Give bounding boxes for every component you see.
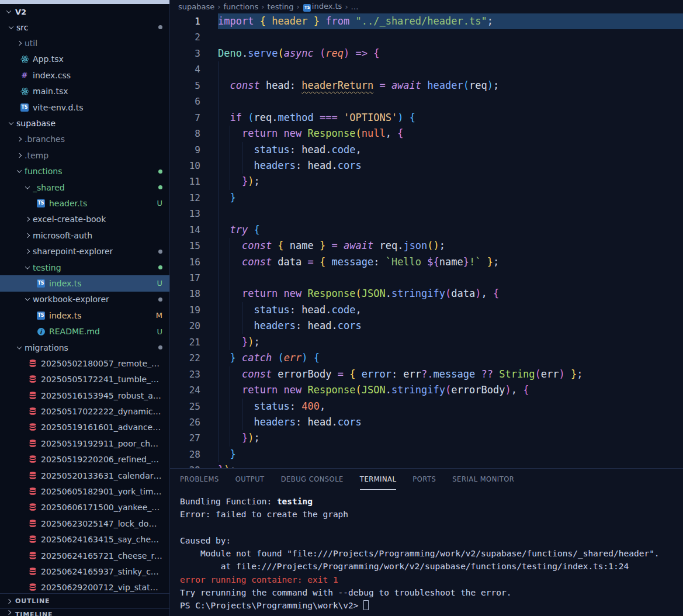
tree-item-index.ts[interactable]: TSindex.tsU bbox=[0, 275, 169, 291]
breadcrumb-item-index.ts[interactable]: TSindex.ts bbox=[303, 2, 342, 12]
panel-tab-debug-console[interactable]: DEBUG CONSOLE bbox=[281, 469, 344, 490]
code-line[interactable]: 29}); bbox=[170, 462, 683, 468]
tree-item-20250624165937_stinky_chees-[interactable]: 20250624165937_stinky_chees… bbox=[0, 563, 169, 579]
line-number: 19 bbox=[170, 302, 200, 318]
tree-item-label: migrations bbox=[25, 343, 68, 352]
tree-item-20250502180057_remote_sche-[interactable]: 20250502180057_remote_sche… bbox=[0, 355, 169, 371]
chevron-down-icon bbox=[25, 296, 30, 301]
code-line[interactable]: 11}); bbox=[170, 174, 683, 189]
code-line[interactable]: 6 bbox=[170, 94, 683, 109]
tree-item-testing[interactable]: testing bbox=[0, 259, 169, 275]
tree-item-.temp[interactable]: .temp bbox=[0, 147, 169, 163]
code-line[interactable]: 1import { header } from "../_shared/head… bbox=[170, 13, 683, 29]
tree-item-app.tsx[interactable]: App.tsx bbox=[0, 51, 169, 67]
tree-item-supabase[interactable]: supabase bbox=[0, 115, 169, 131]
tree-item-20250517022222_dynamic_pe-[interactable]: 20250517022222_dynamic_pe… bbox=[0, 403, 169, 419]
tree-item-20250629200712_vip_status.sql[interactable]: 20250629200712_vip_status.sql bbox=[0, 580, 169, 593]
indent-guide bbox=[230, 158, 241, 174]
code-line[interactable]: 17 bbox=[170, 270, 683, 286]
code-line[interactable]: 28} bbox=[170, 447, 683, 462]
tree-item-20250516153945_robust_agen-[interactable]: 20250516153945_robust_agen… bbox=[0, 387, 169, 403]
code-token: const bbox=[242, 256, 278, 268]
tree-item-20250624165721_cheese_rebui-[interactable]: 20250624165721_cheese_rebui… bbox=[0, 548, 169, 563]
tree-item-functions[interactable]: functions bbox=[0, 164, 169, 179]
code-line[interactable]: 21}); bbox=[170, 334, 683, 350]
code-token: const bbox=[242, 240, 278, 251]
git-badges bbox=[155, 345, 162, 349]
code-line[interactable]: 26headers: head.cors bbox=[170, 414, 683, 430]
typescript-icon: TS bbox=[37, 279, 45, 288]
code-line[interactable]: 3Deno.serve(async (req) => { bbox=[170, 46, 683, 61]
code-line[interactable]: 23const errorBody = { error: err?.messag… bbox=[170, 366, 683, 382]
tree-item-vite-env.d.ts[interactable]: TSvite-env.d.ts bbox=[0, 99, 169, 115]
tree-item-20250606171500_yankee_doo-[interactable]: 20250606171500_yankee_doo… bbox=[0, 500, 169, 515]
panel-tab-serial-monitor[interactable]: SERIAL MONITOR bbox=[452, 469, 514, 490]
tree-item-readme.md[interactable]: iREADME.mdU bbox=[0, 323, 169, 339]
code-line[interactable]: 18return new Response(JSON.stringify(dat… bbox=[170, 286, 683, 302]
code-line[interactable]: 12} bbox=[170, 190, 683, 206]
code-line[interactable]: 4 bbox=[170, 61, 683, 77]
breadcrumb-item-supabase[interactable]: supabase bbox=[178, 2, 214, 11]
tree-item-20250624163415_say_cheese.sql[interactable]: 20250624163415_say_cheese.sql bbox=[0, 532, 169, 548]
code-line[interactable]: 20headers: head.cors bbox=[170, 318, 683, 334]
breadcrumb-item-functions[interactable]: functions bbox=[223, 2, 258, 11]
tree-item-20250520133631_calendar_ma-[interactable]: 20250520133631_calendar_ma… bbox=[0, 468, 169, 483]
code-line[interactable]: 24return new Response(JSON.stringify(err… bbox=[170, 382, 683, 398]
tree-item-migrations[interactable]: migrations bbox=[0, 340, 169, 355]
tree-item-20250519192911_poor_choice-[interactable]: 20250519192911_poor_choice… bbox=[0, 435, 169, 451]
panel-tab-output[interactable]: OUTPUT bbox=[235, 469, 265, 490]
section-outline[interactable]: OUTLINE bbox=[0, 593, 169, 608]
tree-item-20250519161601_advanced_be-[interactable]: 20250519161601_advanced_be… bbox=[0, 420, 169, 435]
indent-guide bbox=[230, 382, 241, 398]
code-line[interactable]: 7if (req.method === 'OPTIONS') { bbox=[170, 110, 683, 126]
tree-item-.branches[interactable]: .branches bbox=[0, 131, 169, 147]
tree-item-20250505172241_tumble_wee-[interactable]: 20250505172241_tumble_wee… bbox=[0, 372, 169, 387]
code-line[interactable]: 25status: 400, bbox=[170, 399, 683, 414]
explorer-root-header[interactable]: V2 bbox=[0, 4, 169, 19]
tree-item-20250623025147_lock_down.sql[interactable]: 20250623025147_lock_down.sql bbox=[0, 515, 169, 531]
terminal-text: error running container: exit 1 bbox=[180, 575, 338, 584]
tree-item-index.css[interactable]: #index.css bbox=[0, 67, 169, 83]
tree-item-index.ts[interactable]: TSindex.tsM bbox=[0, 307, 169, 323]
tree-item-20250605182901_york_times.sql[interactable]: 20250605182901_york_times.sql bbox=[0, 483, 169, 499]
code-line[interactable]: 2 bbox=[170, 29, 683, 45]
tree-item-src[interactable]: src bbox=[0, 19, 169, 35]
tree-item-label: index.ts bbox=[49, 311, 82, 320]
code-line[interactable]: 15const { name } = await req.json(); bbox=[170, 238, 683, 254]
tree-item-label: supabase bbox=[16, 119, 56, 128]
tree-item-_shared[interactable]: _shared bbox=[0, 179, 169, 195]
code-line[interactable]: 14try { bbox=[170, 222, 683, 238]
code-line[interactable]: 5const head: headerReturn = await header… bbox=[170, 78, 683, 94]
indent-guide bbox=[218, 414, 230, 430]
panel-tab-ports[interactable]: PORTS bbox=[412, 469, 436, 490]
code-line[interactable]: 9status: head.code, bbox=[170, 142, 683, 158]
tree-item-excel-create-book[interactable]: excel-create-book bbox=[0, 212, 169, 227]
git-status-badge: U bbox=[157, 327, 162, 336]
tree-item-sharepoint-explorer[interactable]: sharepoint-explorer bbox=[0, 243, 169, 259]
indent-guide bbox=[218, 399, 230, 414]
code-editor[interactable]: 1import { header } from "../_shared/head… bbox=[170, 13, 683, 468]
code-line[interactable]: 27}); bbox=[170, 430, 683, 446]
panel-tab-terminal[interactable]: TERMINAL bbox=[360, 469, 396, 490]
code-line[interactable]: 8return new Response(null, { bbox=[170, 126, 683, 141]
code-token: code bbox=[332, 144, 356, 155]
tree-item-util[interactable]: util bbox=[0, 35, 169, 51]
breadcrumb-item--[interactable]: … bbox=[351, 2, 359, 11]
code-line[interactable]: 10headers: head.cors bbox=[170, 158, 683, 174]
code-line[interactable]: 13 bbox=[170, 206, 683, 222]
tree-item-20250519220206_refined_bean-[interactable]: 20250519220206_refined_bean… bbox=[0, 452, 169, 468]
code-line[interactable]: 19status: head.code, bbox=[170, 302, 683, 318]
code-token: const bbox=[242, 368, 278, 380]
code-line[interactable]: 16const data = { message: `Hello ${name}… bbox=[170, 254, 683, 270]
breadcrumb-item-testing[interactable]: testing bbox=[268, 2, 294, 11]
tree-item-workbook-explorer[interactable]: workbook-explorer bbox=[0, 292, 169, 307]
section-timeline[interactable]: TIMELINE bbox=[0, 608, 169, 616]
code-line-content bbox=[218, 206, 230, 222]
code-line[interactable]: 22} catch (err) { bbox=[170, 350, 683, 366]
terminal-output[interactable]: Bundling Function: testingError: failed … bbox=[170, 490, 683, 616]
panel-tab-problems[interactable]: PROBLEMS bbox=[180, 469, 219, 490]
indent-guide bbox=[218, 142, 230, 158]
tree-item-main.tsx[interactable]: main.tsx bbox=[0, 84, 169, 99]
tree-item-microsoft-auth[interactable]: microsoft-auth bbox=[0, 227, 169, 243]
tree-item-header.ts[interactable]: TSheader.tsU bbox=[0, 195, 169, 211]
